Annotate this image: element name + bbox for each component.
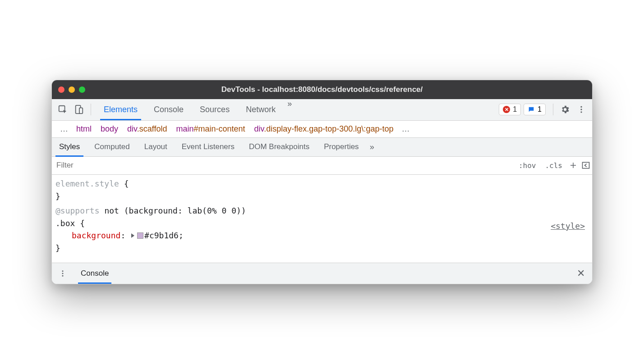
error-icon: ✕ <box>503 106 510 113</box>
styles-subtabs: Styles Computed Layout Event Listeners D… <box>52 138 592 157</box>
breadcrumb-item[interactable]: html <box>72 123 96 135</box>
drawer-more-icon[interactable] <box>55 266 70 281</box>
color-swatch[interactable] <box>137 232 143 239</box>
svg-point-11 <box>62 275 64 277</box>
main-toolbar: Elements Console Sources Network » ✕ 1 1 <box>52 99 592 121</box>
tab-sources[interactable]: Sources <box>192 99 238 120</box>
breadcrumb-item[interactable]: main#main-content <box>171 123 249 135</box>
devtools-window: DevTools - localhost:8080/docs/devtools/… <box>51 80 593 284</box>
breadcrumb-item[interactable]: body <box>96 123 123 135</box>
zoom-window-button[interactable] <box>79 86 85 93</box>
expand-icon[interactable] <box>131 233 134 238</box>
styles-pane: element.style { } <style> @supports not … <box>52 175 592 263</box>
svg-rect-8 <box>583 163 589 168</box>
breadcrumb-item[interactable]: div.scaffold <box>123 123 171 135</box>
window-title: DevTools - localhost:8080/docs/devtools/… <box>52 85 592 94</box>
settings-icon[interactable] <box>558 102 572 117</box>
drawer-tab-console[interactable]: Console <box>74 263 116 284</box>
selector: element.style <box>55 179 119 188</box>
subtab-layout[interactable]: Layout <box>137 138 175 156</box>
errors-badge[interactable]: ✕ 1 <box>499 104 521 115</box>
close-window-button[interactable] <box>58 86 64 93</box>
message-icon <box>528 106 535 113</box>
subtab-styles[interactable]: Styles <box>52 138 87 156</box>
messages-badge[interactable]: 1 <box>524 104 546 115</box>
svg-point-5 <box>580 111 582 113</box>
styles-filter-row: :hov .cls <box>52 157 592 175</box>
error-count: 1 <box>513 105 517 114</box>
more-options-icon[interactable] <box>574 102 589 117</box>
more-subtabs-icon[interactable]: » <box>366 142 378 152</box>
toggle-classes-button[interactable]: .cls <box>540 161 567 170</box>
svg-rect-2 <box>79 108 83 114</box>
breadcrumb-overflow-left[interactable]: … <box>56 123 72 135</box>
subtab-properties[interactable]: Properties <box>317 138 366 156</box>
rule-source-link[interactable]: <style> <box>551 220 585 232</box>
breadcrumb-overflow-right[interactable]: … <box>398 123 413 135</box>
at-rule-condition: not (background: lab(0% 0 0)) <box>100 206 246 215</box>
close-drawer-button[interactable]: ✕ <box>573 265 589 282</box>
rendering-panel-icon[interactable] <box>580 159 592 172</box>
main-tabs: Elements Console Sources Network » <box>96 99 295 120</box>
subtab-computed[interactable]: Computed <box>87 138 137 156</box>
breadcrumb-item[interactable]: div.display-flex.gap-top-300.lg\:gap-top <box>250 123 398 135</box>
minimize-window-button[interactable] <box>69 86 75 93</box>
toolbar-separator <box>553 104 553 115</box>
svg-point-3 <box>580 106 582 108</box>
toggle-hover-button[interactable]: :hov <box>514 161 541 170</box>
css-property[interactable]: background <box>55 231 120 240</box>
toolbar-separator <box>91 104 91 115</box>
console-drawer: Console ✕ <box>52 263 592 284</box>
new-style-rule-button[interactable] <box>567 159 580 172</box>
element-style-rule[interactable]: element.style { } <box>55 177 589 203</box>
supports-rule[interactable]: <style> @supports not (background: lab(0… <box>55 205 589 255</box>
titlebar: DevTools - localhost:8080/docs/devtools/… <box>52 80 592 99</box>
svg-point-10 <box>62 273 64 274</box>
window-controls <box>58 86 85 93</box>
svg-point-9 <box>62 270 64 272</box>
tab-elements[interactable]: Elements <box>96 99 146 120</box>
styles-filter-input[interactable] <box>52 158 514 173</box>
more-tabs-icon[interactable]: » <box>284 99 295 120</box>
at-rule-keyword: @supports <box>55 206 100 215</box>
status-badges: ✕ 1 1 <box>499 104 546 115</box>
inspect-element-icon[interactable] <box>55 102 70 117</box>
subtab-event-listeners[interactable]: Event Listeners <box>175 138 242 156</box>
selector: .box <box>55 218 75 228</box>
css-value[interactable]: #c9b1d6 <box>144 231 179 240</box>
device-toolbar-icon[interactable] <box>72 102 86 117</box>
svg-point-4 <box>580 109 582 110</box>
subtab-dom-breakpoints[interactable]: DOM Breakpoints <box>242 138 317 156</box>
message-count: 1 <box>538 105 542 114</box>
dom-breadcrumb: … html body div.scaffold main#main-conte… <box>52 121 592 138</box>
tab-console[interactable]: Console <box>146 99 192 120</box>
tab-network[interactable]: Network <box>238 99 284 120</box>
